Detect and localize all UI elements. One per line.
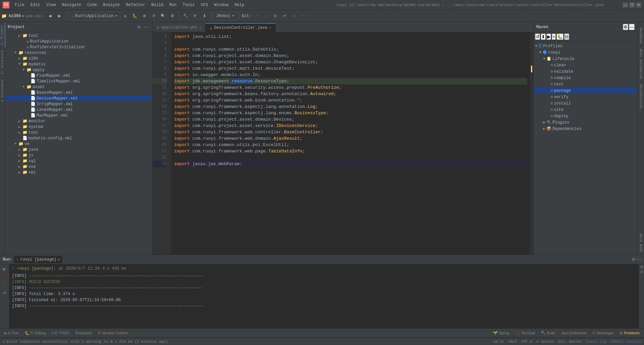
menu-run[interactable]: Run [167,2,179,8]
maven-run-debug-btn[interactable]: 🐛 [556,33,564,40]
sidebar-tab-beanvalidation[interactable]: Bean Validation [638,46,643,82]
menu-help[interactable]: Help [232,2,247,8]
maven-deploy[interactable]: ▼ ⚙ deploy [534,113,637,119]
run-button[interactable]: ▶ [121,12,130,20]
project-hide-btn[interactable]: — [143,24,150,30]
bottombar-vcs-btn[interactable]: 9: Version Control [95,329,130,337]
sidebar-tab-wordbook[interactable]: Word Book [638,231,643,255]
run-settings-btn[interactable]: ⚙ [632,257,636,262]
menu-code[interactable]: Code [85,2,100,8]
git-push-button[interactable]: ✓ [261,12,270,20]
run-rerun-btn[interactable]: ▶ [1,266,8,272]
run-stop-btn[interactable]: ■ [1,274,8,280]
sidebar-tab-restservices[interactable]: RestServices [638,82,643,111]
close-button[interactable]: ✕ [636,2,641,8]
code-editor[interactable]: import java.util.List; import com.ruoyi.… [171,32,530,255]
tree-item-ruoyiapp[interactable]: ☕ RuoYiApplication [5,39,152,44]
run-hide-btn[interactable]: — [637,257,641,262]
maven-reload-btn[interactable]: ↺ [535,33,540,40]
tree-item-landsmapper[interactable]: 📄 LandsMapper.xml [5,107,152,113]
maven-dependencies[interactable]: ▶ 📦 Dependencies [534,126,637,132]
maven-clean[interactable]: ▼ ⚙ clean [534,62,637,68]
run-config-selector[interactable]: ☕ RuoYiApplication ▾ [68,12,120,20]
maven-package[interactable]: ▼ ⚙ package [534,87,637,94]
menu-tools[interactable]: Tools [180,2,198,8]
vcs-update-button[interactable]: ⬇ [200,12,209,20]
tree-item-js[interactable]: ▶ 📁 js [5,152,152,158]
menu-navigate[interactable]: Navigate [59,2,84,8]
tree-item-resources[interactable]: ▼ 📁 resources [5,50,152,56]
tree-item-mybatis[interactable]: ▼ 📁 mybatis [5,61,152,67]
maven-add-btn[interactable]: + [552,33,556,40]
tree-item-mybatisconfig[interactable]: 📄 mybatis-config.xml [5,135,152,141]
tree-item-devicesmapper[interactable]: 📄 DevicesMapper.xml [5,95,152,101]
tab-close-btn[interactable]: ✕ [269,26,271,30]
bottombar-spring-btn[interactable]: 🌱 Spring [490,329,513,337]
maven-site[interactable]: ▼ ⚙ site [534,107,637,113]
tree-item-basesmapper[interactable]: 📄 BasesMapper.xml [5,90,152,95]
maven-run-btn[interactable]: ▶ [546,33,551,40]
maven-lifecycle[interactable]: ▼ 📋 Lifecycle [534,56,637,62]
tree-item-vue[interactable]: ▶ 📁 vue [5,164,152,169]
maven-plugins[interactable]: ▶ 🔌 Plugins [534,119,637,126]
maven-validate[interactable]: ▼ ⚙ validate [534,68,637,75]
menu-analyze[interactable]: Analyze [100,2,122,8]
run-coverage-button[interactable]: ⊕ [140,12,149,20]
tree-item-system[interactable]: ▶ 📁 system [5,124,152,130]
tree-item-sql[interactable]: ▶ 📁 sql [5,158,152,164]
menu-edit[interactable]: Edit [28,2,43,8]
jrebel-selector[interactable]: JRebel ▾ [213,12,237,20]
tree-item-planmapper[interactable]: 📄 PlanMapper.xml [5,73,152,78]
git-commit-button[interactable]: ✓ [252,12,261,20]
restore-button[interactable]: ❐ [629,2,635,8]
git-history-button[interactable]: ⊙ [271,12,279,20]
tree-item-vm[interactable]: ▼ 📁 vm [5,141,152,147]
maven-settings-btn[interactable]: ⚙ [623,24,628,30]
bottombar-build-btn[interactable]: 🔨 Build [538,329,558,337]
editor-scrollbar[interactable] [530,32,533,255]
project-gear-btn[interactable]: ⚙ [136,24,142,30]
maven-download-btn[interactable]: ⬇ [541,33,546,40]
bottombar-messages-btn[interactable]: 0: Messages [590,329,616,337]
tree-item-timelistmapper[interactable]: 📄 TimelistMapper.xml [5,78,152,84]
tree-item-xml[interactable]: ▶ 📁 xml [5,169,152,175]
git-branches-button[interactable]: ⑂ [289,12,298,20]
settings-button[interactable]: ⚙ [168,12,177,20]
maven-test[interactable]: ▼ ⚙ test [534,81,637,87]
tab-devices-controller[interactable]: ☕ DevicesController.java ✕ [206,23,276,32]
bottombar-debug-btn[interactable]: 🐛 5: Debug [22,329,49,337]
rerun-button[interactable]: ↺ [149,12,158,20]
bottombar-endpoints-btn[interactable]: Endpoints [72,329,95,337]
git-rollback-button[interactable]: ↩ [280,12,289,20]
search-button[interactable]: 🔍 [159,12,167,20]
tree-item-irrigmapper[interactable]: 📄 IrrigMapper.xml [5,101,152,107]
sidebar-tab-structure[interactable]: 2: Structure [0,48,5,77]
build-button[interactable]: 🔨 [181,12,190,20]
debug-button[interactable]: 🐛 [130,12,139,20]
tree-item-tool2[interactable]: ▶ 📁 tool [5,130,152,135]
tree-item-macmapper[interactable]: 📄 MacMapper.xml [5,113,152,118]
tree-item-monitor[interactable]: ▶ 📁 monitor [5,118,152,124]
bottombar-todo-btn[interactable]: ≡ 6: TODO [49,329,72,337]
jrebel-console-link[interactable]: JRebel Console [610,340,641,344]
git-more-button[interactable]: ⋯ [299,12,308,20]
run-tab-active[interactable]: ✓ ruoyi [package] ✕ [14,256,62,263]
tree-item-java[interactable]: ▶ 📁 java [5,147,152,152]
maven-hide-btn[interactable]: — [629,24,635,30]
menu-window[interactable]: Window [211,2,231,8]
tab-close-btn[interactable]: ✕ [199,25,201,29]
maven-profiles[interactable]: ▼ ☰ Profiles [534,43,637,49]
event-log-link[interactable]: Event Log [586,340,606,344]
bottombar-problems-btn[interactable]: ⚠ Problems [616,329,643,337]
menu-vcs[interactable]: VCS [198,2,211,8]
sync-button[interactable]: ⟳ [191,12,199,20]
maven-compile[interactable]: ▼ ⚙ compile [534,75,637,81]
tree-item-tool[interactable]: ▶ 📁 tool [5,33,152,39]
tree-item-i18n[interactable]: ▶ 📁 i18n [5,56,152,61]
run-softref-btn[interactable]: ⟳ [1,290,8,296]
bottombar-run-btn[interactable]: ▶ 4: Run [1,329,22,337]
run-scroll-down[interactable]: ⊟ [639,269,644,274]
run-scroll-btn[interactable]: ↓ [1,282,8,288]
sidebar-tab-zstructure[interactable]: Z Structure [0,77,5,105]
menu-file[interactable]: File [12,2,27,8]
